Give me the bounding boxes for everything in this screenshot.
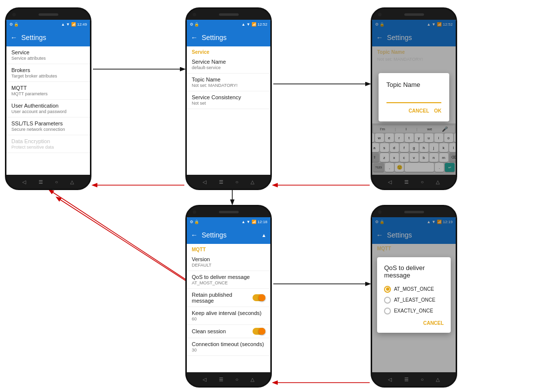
phone4-keepalive-title: Keep alive interval (seconds) xyxy=(192,310,265,316)
phone4-item-retain[interactable]: Retain published message xyxy=(187,289,270,307)
phone4-qos-title: QoS to deliver message xyxy=(192,274,265,280)
phone5-speaker xyxy=(404,211,424,213)
phone2-status-bar: ⚙ 🔒 ▲ ▼ 📶 12:52 xyxy=(187,20,270,29)
phone5-nav-menu[interactable]: ☰ xyxy=(404,377,409,382)
phone1-nav-menu[interactable]: ☰ xyxy=(39,179,43,185)
phone4-qos-subtitle: AT_MOST_ONCE xyxy=(192,280,265,285)
phone1-item-mqtt[interactable]: MQTT MQTT parameters xyxy=(6,82,90,100)
phone2-nav-search[interactable]: ○ xyxy=(235,179,238,185)
phone3-top-bar xyxy=(372,9,456,20)
phone2-item-topicname[interactable]: Topic Name Not set: MANDATORY! xyxy=(187,74,270,91)
phone5-option-exactly-once[interactable]: EXACTLY_ONCE xyxy=(384,306,444,316)
phone5-top-bar xyxy=(372,206,456,217)
phone5-nav-home[interactable]: △ xyxy=(436,377,440,382)
phone5-radio-exactly xyxy=(384,308,391,314)
phone1-nav-search[interactable]: ○ xyxy=(55,179,58,185)
phone2-item-servicename[interactable]: Service Name default-service xyxy=(187,56,270,74)
phone-4: ⚙ 🔒 ▲ ▼ 📶 12:18 ← Settings ▲ MQTT Versio… xyxy=(185,205,272,388)
phone1-status-right: ▲ ▼ 📶 12:49 xyxy=(61,22,87,27)
phone2-consist-subtitle: Not set xyxy=(192,101,265,106)
phone4-retain-toggle[interactable] xyxy=(253,294,265,301)
phone3-ok-button[interactable]: OK xyxy=(434,108,441,114)
phone2-screen: ⚙ 🔒 ▲ ▼ 📶 12:52 ← Settings Service Servi… xyxy=(187,20,270,175)
phone3-nav-home[interactable]: △ xyxy=(436,179,440,185)
phone2-nav-back[interactable]: ◁ xyxy=(203,179,207,185)
phone1-service-subtitle: Service attributes xyxy=(11,56,85,61)
phone1-nav-home[interactable]: △ xyxy=(70,179,74,185)
phone1-ssl-title: SSL/TLS Parameters xyxy=(11,120,85,126)
phone1-status-bar: ⚙ 🔒 ▲ ▼ 📶 12:49 xyxy=(6,20,90,29)
phone5-option-at-least-once[interactable]: AT_LEAST_ONCE xyxy=(384,295,444,306)
phone1-mqtt-subtitle: MQTT parameters xyxy=(11,91,85,96)
phone1-nav-bar: ◁ ☰ ○ △ xyxy=(6,175,90,189)
phone4-retain-row: Retain published message xyxy=(192,292,265,304)
phone4-item-timeout[interactable]: Connection timeout (seconds) 30 xyxy=(187,338,270,356)
phone4-speaker xyxy=(219,211,239,213)
phone4-status-left: ⚙ 🔒 xyxy=(190,220,199,224)
phone4-top-bar xyxy=(187,206,270,217)
phone3-speaker xyxy=(404,13,424,16)
phone5-cancel-button[interactable]: CANCEL xyxy=(423,320,444,326)
phone4-keepalive-subtitle: 60 xyxy=(192,316,265,321)
phone4-nav-search[interactable]: ○ xyxy=(235,377,238,382)
phone3-topic-input[interactable] xyxy=(386,94,442,103)
phone4-app-bar: ← Settings ▲ xyxy=(187,226,270,244)
phone1-back-icon[interactable]: ← xyxy=(10,34,17,41)
phone1-camera xyxy=(12,13,16,16)
phone2-back-icon[interactable]: ← xyxy=(191,34,198,41)
phone4-screen: ⚙ 🔒 ▲ ▼ 📶 12:18 ← Settings ▲ MQTT Versio… xyxy=(187,217,270,372)
phone4-back-icon[interactable]: ← xyxy=(191,231,198,239)
phone1-item-service[interactable]: Service Service attributes xyxy=(6,46,90,64)
phone5-label-at-most: AT_MOST_ONCE xyxy=(394,286,434,292)
phone2-topic-subtitle: Not set: MANDATORY! xyxy=(192,83,265,88)
phone5-camera xyxy=(378,210,382,214)
phone1-enc-title: Data Encryption xyxy=(11,138,85,144)
phone3-camera xyxy=(378,13,382,16)
phone4-item-cleansession[interactable]: Clean session xyxy=(187,325,270,338)
phone1-ssl-subtitle: Secure network connection xyxy=(11,127,85,132)
phone4-section-header: MQTT xyxy=(187,244,270,253)
phone3-nav-menu[interactable]: ☰ xyxy=(404,179,409,185)
phone1-item-ssl[interactable]: SSL/TLS Parameters Secure network connec… xyxy=(6,118,90,135)
phone4-version-title: Version xyxy=(192,256,265,262)
phone5-nav-back[interactable]: ◁ xyxy=(388,377,392,382)
phone4-status-right: ▲ ▼ 📶 12:18 xyxy=(241,220,267,224)
phone4-clean-toggle[interactable] xyxy=(253,328,265,335)
phone2-status-right: ▲ ▼ 📶 12:52 xyxy=(241,22,267,27)
phone1-signal: ▲ ▼ 📶 xyxy=(61,22,76,27)
phone2-time: 12:52 xyxy=(257,22,267,27)
phone4-clean-row: Clean session xyxy=(192,328,265,335)
phone3-nav-back[interactable]: ◁ xyxy=(388,179,392,185)
phone1-nav-back[interactable]: ◁ xyxy=(22,179,26,185)
phone4-nav-menu[interactable]: ☰ xyxy=(219,377,223,382)
phone1-status-left: ⚙ 🔒 xyxy=(9,22,19,27)
phone2-nav-menu[interactable]: ☰ xyxy=(219,179,223,185)
phone2-section-header: Service xyxy=(187,46,270,56)
phone5-qos-title: QoS to deliver message xyxy=(384,264,444,279)
phone1-service-title: Service xyxy=(11,49,85,55)
phone4-nav-home[interactable]: △ xyxy=(251,377,255,382)
phone1-settings-icon: ⚙ 🔒 xyxy=(9,22,19,27)
phone2-item-consistency[interactable]: Service Consistency Not set xyxy=(187,91,270,109)
phone4-title: Settings xyxy=(202,231,227,239)
phone4-retain-title: Retain published message xyxy=(192,292,253,304)
phone2-nav-home[interactable]: △ xyxy=(251,179,255,185)
phone5-qos-actions: CANCEL xyxy=(384,320,444,326)
phone1-item-brokers[interactable]: Brokers Target broker attributes xyxy=(6,64,90,82)
phone5-radio-at-least xyxy=(384,297,391,304)
phone4-item-qos[interactable]: QoS to deliver message AT_MOST_ONCE xyxy=(187,271,270,289)
phone4-nav-back[interactable]: ◁ xyxy=(203,377,207,382)
phone4-clean-knob xyxy=(258,328,265,335)
phone3-cancel-button[interactable]: CANCEL xyxy=(409,108,429,114)
phone1-mqtt-title: MQTT xyxy=(11,85,85,91)
phone1-item-encryption: Data Encryption Protect sensitive data xyxy=(6,135,90,153)
phone1-settings-list: Service Service attributes Brokers Targe… xyxy=(6,46,90,175)
phone4-status-bar: ⚙ 🔒 ▲ ▼ 📶 12:18 xyxy=(187,217,270,226)
phone3-nav-search[interactable]: ○ xyxy=(421,179,424,185)
phone2-camera xyxy=(193,13,196,16)
phone5-nav-search[interactable]: ○ xyxy=(421,377,424,382)
phone5-option-at-most-once[interactable]: AT_MOST_ONCE xyxy=(384,284,444,295)
phone4-item-version[interactable]: Version DEFAULT xyxy=(187,253,270,271)
phone4-item-keepalive[interactable]: Keep alive interval (seconds) 60 xyxy=(187,307,270,325)
phone1-item-auth[interactable]: User Authentication User account and pas… xyxy=(6,100,90,118)
